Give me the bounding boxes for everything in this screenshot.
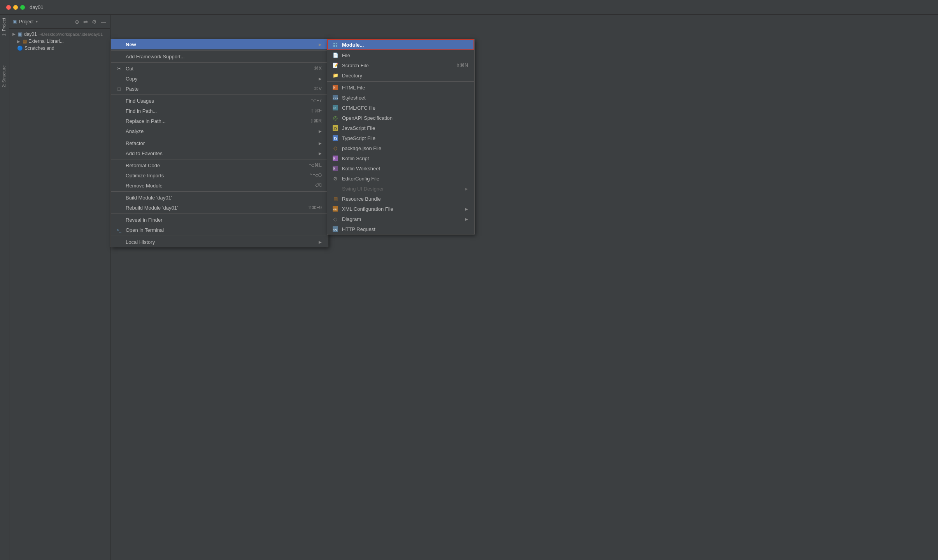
menu-item-analyze[interactable]: Analyze ▶ [111, 126, 328, 136]
menu-item-add-framework[interactable]: Add Framework Support... [111, 51, 328, 61]
paste-shortcut: ⌘V [314, 86, 322, 91]
remove-module-shortcut: ⌫ [315, 183, 322, 188]
submenu-item-scratch-file[interactable]: 📝 Scratch File ⇧⌘N [327, 60, 474, 70]
submenu-item-javascript[interactable]: JS JavaScript File [327, 123, 474, 133]
file-icon: 📄 [332, 52, 339, 59]
paste-icon: □ [116, 85, 123, 92]
find-usages-shortcut: ⌥F7 [311, 98, 322, 103]
reveal-finder-icon [116, 216, 123, 223]
menu-item-open-terminal[interactable]: >_ Open in Terminal [111, 225, 328, 235]
svg-text:K: K [333, 167, 335, 171]
context-menu: New ▶ Add Framework Support... Cut ⌘X Co… [110, 39, 328, 247]
project-panel: ▣ Project ▾ ⊕ ⇌ ⚙ — ▶ ▣ day01 ~/Desktop/… [9, 15, 110, 560]
menu-label-local-history: Local History [126, 239, 155, 245]
diagram-arrow: ▶ [465, 217, 468, 221]
menu-item-rebuild-module[interactable]: Rebuild Module 'day01' ⇧⌘F9 [111, 203, 328, 213]
menu-item-refactor[interactable]: Refactor ▶ [111, 138, 328, 148]
cfml-icon: CF [332, 104, 339, 111]
find-in-path-shortcut: ⇧⌘F [310, 108, 322, 114]
submenu-item-diagram[interactable]: ◇ Diagram ▶ [327, 214, 474, 224]
optimize-imports-shortcut: ⌃⌥O [309, 173, 322, 178]
menu-label-open-terminal: Open in Terminal [126, 227, 164, 233]
submenu-item-http-request[interactable]: API HTTP Request [327, 224, 474, 234]
open-terminal-icon: >_ [116, 226, 123, 233]
toolbar-minimize-button[interactable]: — [100, 18, 107, 26]
analyze-arrow: ▶ [319, 129, 322, 133]
reformat-shortcut: ⌥⌘L [309, 163, 322, 168]
submenu-label-directory: Directory [342, 73, 362, 79]
local-history-icon [116, 238, 123, 245]
menu-item-optimize-imports[interactable]: Optimize Imports ⌃⌥O [111, 170, 328, 180]
svg-rect-2 [336, 43, 337, 44]
submenu-label-module: Module... [342, 42, 364, 48]
css-icon: css [332, 94, 339, 101]
menu-item-local-history[interactable]: Local History ▶ [111, 237, 328, 247]
new-arrow: ▶ [319, 42, 322, 47]
menu-item-build-module[interactable]: Build Module 'day01' [111, 192, 328, 203]
svg-text:TS: TS [333, 137, 337, 140]
svg-text:K: K [333, 157, 335, 161]
menu-item-find-in-path[interactable]: Find in Path... ⇧⌘F [111, 106, 328, 116]
menu-item-remove-module[interactable]: Remove Module ⌫ [111, 180, 328, 191]
toolbar-add-button[interactable]: ⊕ [74, 18, 80, 26]
submenu-item-module[interactable]: Module... [327, 39, 474, 50]
panel-toolbar: ⊕ ⇌ ⚙ — [74, 18, 107, 26]
menu-label-find-in-path: Find in Path... [126, 108, 157, 114]
submenu-item-file[interactable]: 📄 File [327, 50, 474, 60]
rebuild-module-shortcut: ⇧⌘F9 [308, 205, 322, 210]
menu-item-replace-in-path[interactable]: Replace in Path... ⇧⌘R [111, 116, 328, 126]
sidebar-tab-structure[interactable]: 2: Structure [0, 62, 9, 91]
submenu-item-resource-bundle[interactable]: ▤ Resource Bundle [327, 194, 474, 204]
project-dropdown-icon[interactable]: ▾ [36, 19, 38, 24]
tree-item-external-libraries[interactable]: ▶ ▤ External Librari... [9, 38, 110, 45]
submenu-label-kotlin-worksheet: Kotlin Worksheet [342, 166, 380, 172]
menu-item-paste[interactable]: □ Paste ⌘V [111, 84, 328, 94]
svg-text:CF: CF [333, 107, 336, 110]
tree-item-scratches[interactable]: 🔵 Scratches and [9, 45, 110, 52]
menu-item-cut[interactable]: Cut ⌘X [111, 63, 328, 74]
minimize-window-button[interactable] [13, 5, 18, 10]
kotlin-script-icon: K [332, 155, 339, 162]
submenu-item-stylesheet[interactable]: css Stylesheet [327, 93, 474, 103]
toolbar-settings-button[interactable]: ⚙ [91, 18, 98, 26]
submenu-label-diagram: Diagram [342, 216, 361, 222]
submenu-item-html[interactable]: H HTML File [327, 82, 474, 93]
module-icon [332, 41, 339, 48]
sidebar-tab-project[interactable]: 1: Project [0, 15, 9, 39]
menu-item-reformat[interactable]: Reformat Code ⌥⌘L [111, 160, 328, 170]
submenu-label-file: File [342, 52, 350, 58]
tree-arrow-libraries: ▶ [17, 39, 21, 44]
submenu-item-package-json[interactable]: ◎ package.json File [327, 143, 474, 153]
menu-item-reveal-finder[interactable]: Reveal in Finder [111, 215, 328, 225]
menu-item-copy[interactable]: Copy ▶ [111, 74, 328, 84]
submenu-item-openapi[interactable]: ◎ OpenAPI Specification [327, 113, 474, 123]
analyze-icon [116, 128, 123, 135]
submenu-item-kotlin-script[interactable]: K Kotlin Script [327, 153, 474, 163]
title-bar: day01 [0, 0, 938, 15]
submenu-item-editorconfig[interactable]: ⚙ EditorConfig File [327, 173, 474, 184]
submenu-item-xml-config[interactable]: XML XML Configuration File ▶ [327, 204, 474, 214]
menu-label-build-module: Build Module 'day01' [126, 195, 172, 201]
svg-text:API: API [333, 228, 337, 231]
diagram-icon: ◇ [332, 215, 339, 222]
menu-item-new[interactable]: New ▶ [111, 39, 328, 49]
toolbar-collapse-button[interactable]: ⇌ [82, 18, 89, 26]
separator-1 [111, 50, 328, 51]
submenu-label-scratch-file: Scratch File [342, 63, 369, 68]
library-icon: ▤ [23, 38, 27, 44]
submenu-item-cfml[interactable]: CF CFML/CFC file [327, 103, 474, 113]
submenu-item-directory[interactable]: 📁 Directory [327, 70, 474, 80]
cut-icon [116, 65, 123, 72]
rebuild-module-icon [116, 204, 123, 211]
close-window-button[interactable] [6, 5, 11, 10]
menu-item-add-favorites[interactable]: Add to Favorites ▶ [111, 148, 328, 158]
maximize-window-button[interactable] [20, 5, 25, 10]
submenu-item-kotlin-worksheet[interactable]: K Kotlin Worksheet [327, 163, 474, 173]
tree-item-day01[interactable]: ▶ ▣ day01 ~/Desktop/workspace/.idea/day0… [9, 30, 110, 38]
submenu-label-cfml: CFML/CFC file [342, 105, 375, 111]
menu-label-cut: Cut [126, 66, 133, 72]
menu-item-find-usages[interactable]: Find Usages ⌥F7 [111, 96, 328, 106]
submenu-sep-1 [327, 81, 474, 82]
submenu-item-typescript[interactable]: TS TypeScript File [327, 133, 474, 143]
left-sidebar: 1: Project 2: Structure [0, 15, 9, 560]
